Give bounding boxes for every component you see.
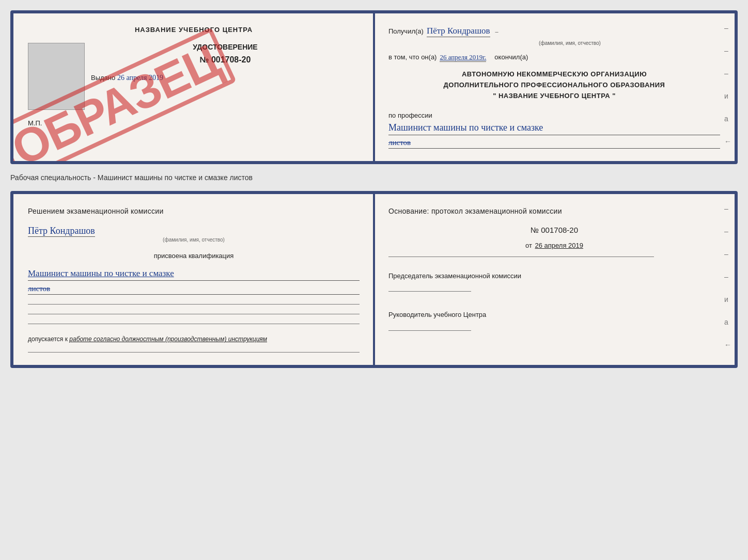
- predsedatel-label: Председатель экзаменационной комиссии: [388, 271, 720, 281]
- right-dashes-top: – – – и а ← – – –: [724, 24, 731, 164]
- bottom-line-4: [28, 352, 360, 353]
- date-value: 26 апреля 2019г.: [440, 53, 486, 62]
- center-name-top: НАЗВАНИЕ УЧЕБНОГО ЦЕНТРА: [135, 26, 253, 34]
- bottom-document-card: Решением экзаменационной комиссии Пётр К…: [10, 191, 738, 369]
- bottom-left-panel: Решением экзаменационной комиссии Пётр К…: [13, 194, 374, 365]
- bottom-line-2: [28, 314, 360, 314]
- org-block: АВТОНОМНУЮ НЕКОММЕРЧЕСКУЮ ОРГАНИЗАЦИЮ ДО…: [388, 69, 720, 101]
- profession-block-top: по профессии Машинист машины по чистке и…: [388, 111, 720, 148]
- predsedatel-signature-line: [388, 291, 471, 292]
- profession-value2-top: листов: [388, 137, 720, 149]
- profession-label-top: по профессии: [388, 111, 432, 119]
- osnov-title: Основание: протокол экзаменационной коми…: [388, 206, 720, 217]
- proto-number: № 001708-20: [388, 226, 720, 234]
- cert-title: УДОСТОВЕРЕНИЕ: [91, 43, 360, 51]
- person-name-bottom: Пётр Кондрашов: [28, 226, 95, 237]
- mp-label: М.П.: [28, 119, 42, 127]
- issued-label: Выдано: [91, 74, 115, 82]
- received-line: Получил(а) Пётр Кондрашов – (фамилия, им…: [388, 26, 720, 46]
- dopusk-value: работе согласно должностным (производств…: [69, 335, 267, 343]
- right-dashes-bottom: – – – – и а ← – – – –: [724, 204, 731, 369]
- proto-date: от 26 апреля 2019: [388, 242, 720, 249]
- rukov-block: Руководитель учебного Центра: [388, 310, 720, 333]
- bottom-line-3: [28, 324, 360, 324]
- proto-separator-line: [388, 257, 654, 257]
- issued-date-value: 26 апреля 2019: [117, 74, 163, 82]
- org-name: " НАЗВАНИЕ УЧЕБНОГО ЦЕНТРА ": [388, 91, 720, 102]
- top-left-panel: НАЗВАНИЕ УЧЕБНОГО ЦЕНТРА ОБРАЗЕЦ УДОСТОВ…: [13, 13, 374, 161]
- predsedatel-block: Председатель экзаменационной комиссии: [388, 271, 720, 295]
- rukov-signature-line: [388, 330, 471, 331]
- kval-value2: листов: [28, 283, 360, 295]
- cert-issued-date: Выдано 26 апреля 2019: [91, 74, 360, 82]
- dopusk-text: допускается к работе согласно должностны…: [28, 335, 360, 343]
- person-name-top: Пётр Кондрашов: [427, 26, 490, 37]
- fio-label-top: (фамилия, имя, отчество): [419, 40, 720, 46]
- bottom-right-panel: Основание: протокол экзаменационной коми…: [374, 194, 735, 365]
- cert-photo-box: [28, 43, 85, 110]
- page-wrapper: НАЗВАНИЕ УЧЕБНОГО ЦЕНТРА ОБРАЗЕЦ УДОСТОВ…: [10, 10, 738, 368]
- top-right-panel: Получил(а) Пётр Кондрашов – (фамилия, им…: [374, 13, 735, 161]
- org-line1: АВТОНОМНУЮ НЕКОММЕРЧЕСКУЮ ОРГАНИЗАЦИЮ: [388, 69, 720, 80]
- top-document-card: НАЗВАНИЕ УЧЕБНОГО ЦЕНТРА ОБРАЗЕЦ УДОСТОВ…: [10, 10, 738, 164]
- bottom-line-1: [28, 304, 360, 305]
- kval-block: Машинист машины по чистке и смазке листо…: [28, 265, 360, 295]
- kval-value1: Машинист машины по чистке и смазке: [28, 267, 360, 281]
- rukov-label: Руководитель учебного Центра: [388, 310, 720, 319]
- profession-value1-top: Машинист машины по чистке и смазке: [388, 121, 720, 135]
- kval-label: присвоена квалификация: [28, 252, 360, 260]
- date-line: в том, что он(а) 26 апреля 2019г. окончи…: [388, 53, 720, 62]
- dopusk-label: допускается к: [28, 335, 68, 343]
- finished-label: окончил(а): [494, 53, 528, 61]
- cert-body: ОБРАЗЕЦ УДОСТОВЕРЕНИЕ № 001708-20 Выдано…: [28, 43, 360, 110]
- fio-label-bottom: (фамилия, имя, отчество): [28, 237, 360, 243]
- cert-text-block: УДОСТОВЕРЕНИЕ № 001708-20 Выдано 26 апре…: [91, 43, 360, 110]
- person-name-bottom-wrapper: Пётр Кондрашов (фамилия, имя, отчество): [28, 226, 360, 243]
- separator-text: Рабочая специальность - Машинист машины …: [10, 170, 738, 185]
- proto-date-prefix: от: [525, 242, 532, 249]
- date-label: в том, что он(а): [388, 53, 437, 61]
- received-label: Получил(а): [388, 27, 424, 35]
- proto-date-value: 26 апреля 2019: [535, 242, 584, 249]
- komissia-title: Решением экзаменационной комиссии: [28, 206, 360, 217]
- org-line2: ДОПОЛНИТЕЛЬНОГО ПРОФЕССИОНАЛЬНОГО ОБРАЗО…: [388, 80, 720, 91]
- cert-number: № 001708-20: [91, 55, 360, 65]
